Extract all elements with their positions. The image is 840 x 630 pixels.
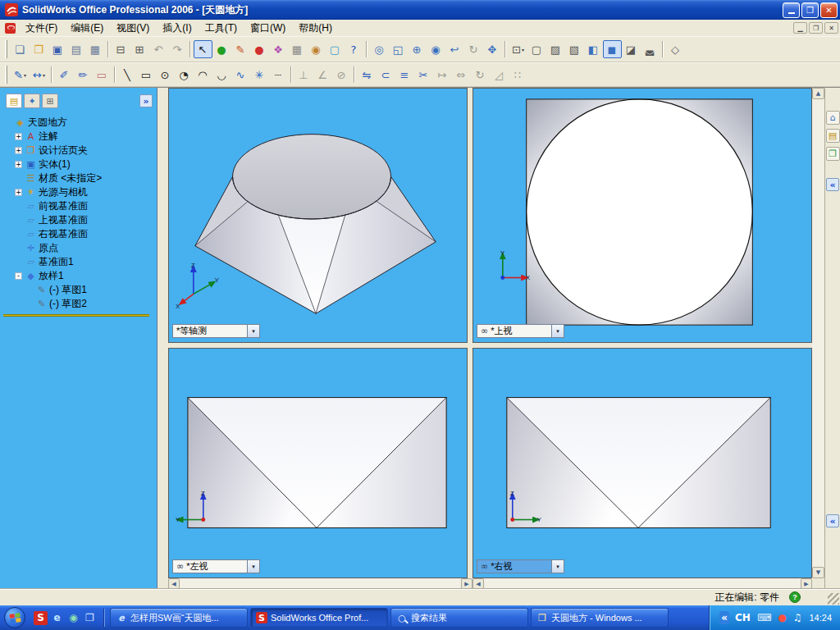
tree-item[interactable]: ▱ 前视基准面 <box>0 199 157 213</box>
tree-item[interactable]: + ☀ 光源与相机 <box>0 185 157 199</box>
vertical-scrollbar[interactable]: ▲ ▼ <box>812 88 824 578</box>
view-name-field[interactable]: ∞ *右视 <box>477 559 552 573</box>
start-button[interactable] <box>0 605 30 630</box>
tree-expander[interactable]: - <box>15 272 22 280</box>
menu-insert[interactable]: 插入(I) <box>156 20 198 37</box>
menu-window[interactable]: 窗口(W) <box>244 20 292 37</box>
task-browser[interactable]: e 怎样用SW画“天圆地... <box>110 608 248 628</box>
tree-expander[interactable]: + <box>15 161 22 168</box>
model-top-circle[interactable] <box>527 99 753 325</box>
trim-entities[interactable]: ✂ <box>414 66 433 84</box>
tree-item[interactable]: + ▣ 实体(1) <box>0 158 157 171</box>
color-swatches[interactable]: ❖ <box>269 40 288 58</box>
viewport-canvas[interactable]: Z Y <box>169 349 467 578</box>
quicklaunch-internet-explorer-icon[interactable]: e <box>50 611 64 625</box>
task-solidworks[interactable]: S SolidWorks Office Prof... <box>250 608 388 628</box>
view-name-field[interactable]: *等轴测 <box>172 324 248 338</box>
make-drawing[interactable]: ▤ <box>67 40 86 58</box>
tree-item[interactable]: + ❒ 设计活页夹 <box>0 144 157 158</box>
restore-button[interactable]: ❐ <box>801 2 819 18</box>
make-assembly[interactable]: ▦ <box>86 40 105 58</box>
section-view[interactable]: ◛ <box>641 40 660 58</box>
tree-item[interactable]: ☰ 材质 <未指定> <box>0 171 157 185</box>
new-document[interactable]: ❏ <box>11 40 30 58</box>
view-list-dropdown[interactable]: ▾ <box>248 559 260 573</box>
print[interactable]: ⊟ <box>112 40 130 58</box>
undo[interactable]: ↶ <box>149 40 168 58</box>
vertical-splitter[interactable] <box>468 88 472 578</box>
menu-edit[interactable]: 编辑(E) <box>64 20 110 37</box>
convert-entities[interactable]: ⊂ <box>377 66 395 84</box>
dimension[interactable]: ⊘ <box>332 66 351 84</box>
configurationmanager-tab[interactable]: ⊞ <box>42 94 58 108</box>
panel-expand-button[interactable]: » <box>139 94 153 107</box>
scale-entities[interactable]: ◿ <box>490 66 509 84</box>
smart-dimension[interactable]: ↔ ▾ <box>30 66 48 84</box>
tray-app-red-icon[interactable]: ● <box>777 611 787 624</box>
clock[interactable]: 14:24 <box>809 613 832 623</box>
rebuild[interactable]: ● <box>212 40 231 58</box>
task-explorer[interactable]: ❒ 天圆地方 - Windows ... <box>531 608 669 628</box>
mirror-entities[interactable]: ⇋ <box>358 66 377 84</box>
tree-item[interactable]: ✛ 原点 <box>0 241 157 255</box>
resize-grip[interactable] <box>828 593 839 605</box>
open-folder[interactable]: ❐ <box>30 40 48 58</box>
solidworks-resources-icon[interactable]: ⌂ <box>826 111 840 125</box>
edit-sketch[interactable]: ✐ <box>55 66 74 84</box>
sketch[interactable]: ✎ ▾ <box>11 66 30 84</box>
save[interactable]: ▣ <box>48 40 67 58</box>
scroll-down-icon[interactable]: ▼ <box>812 567 824 578</box>
tree-item[interactable]: ▱ 上视基准面 <box>0 213 157 227</box>
rotate-entities[interactable]: ↻ <box>471 66 490 84</box>
zoom-to-area[interactable]: ◱ <box>389 40 408 58</box>
hide-icons-chevron[interactable]: « <box>719 611 729 624</box>
photoworks-render[interactable]: ◉ <box>307 40 326 58</box>
pan[interactable]: ✥ <box>483 40 502 58</box>
keyboard-icon[interactable]: ⌨ <box>756 611 772 624</box>
display-relations[interactable]: ∠ <box>313 66 332 84</box>
help[interactable]: ? <box>345 40 363 58</box>
collapse-pane-chevron[interactable]: « <box>826 178 839 191</box>
language-indicator[interactable]: CH <box>734 611 751 624</box>
view-list-dropdown[interactable]: ▾ <box>552 324 564 338</box>
offset-entities[interactable]: ≡ <box>395 66 414 84</box>
rotate-view[interactable]: ↻ <box>464 40 483 58</box>
design-library-icon[interactable]: ▤ <box>826 129 840 143</box>
volume-icon[interactable]: ♫ <box>792 611 803 624</box>
eraser[interactable]: ▭ <box>93 66 112 84</box>
scroll-up-icon[interactable]: ▲ <box>812 88 824 99</box>
viewport-top[interactable]: Y X ∞ *上视 ▾ <box>472 88 812 343</box>
view-name-field[interactable]: ∞ *左视 <box>172 559 248 573</box>
quicklaunch-solidworks-icon[interactable]: S <box>34 611 48 625</box>
three-point-arc-tool[interactable]: ◡ <box>212 66 231 84</box>
tree-expander[interactable]: + <box>15 133 22 140</box>
view-list-dropdown[interactable]: ▾ <box>248 324 260 338</box>
child-restore-button[interactable]: ❐ <box>809 22 823 34</box>
toolbar-grip[interactable] <box>5 40 7 58</box>
photoworks-scene[interactable]: ▢ <box>326 40 345 58</box>
modify-sketch[interactable]: ✏ <box>74 66 93 84</box>
centerline-tool[interactable]: ┄ <box>269 66 288 84</box>
redo[interactable]: ↷ <box>168 40 187 58</box>
record-macro[interactable]: ● <box>250 40 269 58</box>
quicklaunch-media-player-icon[interactable]: ◉ <box>66 611 80 625</box>
horizontal-splitter[interactable] <box>168 343 812 348</box>
tree-item[interactable]: ◈ 天圆地方 <box>0 116 157 130</box>
menu-file[interactable]: 文件(F) <box>19 20 64 37</box>
rollback-bar[interactable] <box>3 314 149 317</box>
view-orientation[interactable]: ◇ <box>666 40 685 58</box>
zoom-to-selection[interactable]: ◉ <box>427 40 445 58</box>
shaded-with-edges[interactable]: ◧ <box>584 40 603 58</box>
line-tool[interactable]: ╲ <box>118 66 137 84</box>
wireframe[interactable]: ▢ <box>527 40 546 58</box>
tree-expander[interactable]: + <box>15 189 22 196</box>
centerpoint-arc-tool[interactable]: ◔ <box>175 66 194 84</box>
print-preview[interactable]: ⊞ <box>130 40 149 58</box>
edit-color[interactable]: ✎ <box>231 40 250 58</box>
extend-entities[interactable]: ↦ <box>433 66 452 84</box>
view-list-dropdown[interactable]: ▾ <box>552 559 564 573</box>
tree-item[interactable]: ✎ (-) 草图1 <box>0 283 157 297</box>
linear-sketch-pattern[interactable]: ∷ <box>509 66 527 84</box>
panel-splitter[interactable] <box>158 88 168 589</box>
tree-item[interactable]: - ◆ 放样1 <box>0 269 157 283</box>
